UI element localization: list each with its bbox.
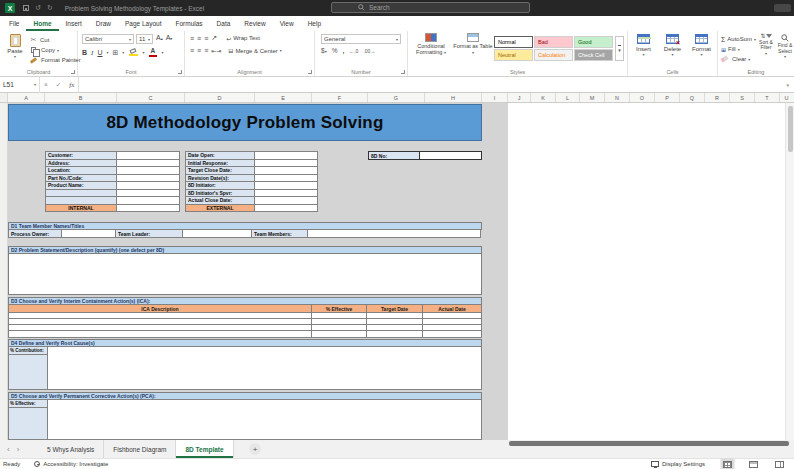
titlebar-button[interactable]	[774, 4, 791, 12]
column-header[interactable]: E	[255, 93, 312, 102]
field-value-cell[interactable]	[116, 204, 180, 213]
align-middle-icon[interactable]: ≡	[197, 35, 201, 42]
column-header[interactable]: I	[482, 93, 508, 102]
page-break-view-icon[interactable]	[775, 461, 784, 468]
sheet-tab-8d-template[interactable]: 8D Template	[176, 440, 233, 458]
sort-filter-button[interactable]: ⇅ Sort & Filter ▾	[757, 34, 775, 56]
delete-cells-button[interactable]: Delete ▾	[659, 34, 686, 57]
formula-input[interactable]	[78, 77, 786, 93]
decrease-decimal-icon[interactable]: .00→	[363, 48, 375, 54]
underline-button[interactable]: U	[97, 49, 102, 56]
column-header[interactable]: C	[117, 93, 185, 102]
table-cell[interactable]	[311, 330, 367, 338]
clipboard-dialog-launcher-icon[interactable]	[71, 70, 75, 74]
next-sheet-icon[interactable]: ›	[17, 445, 20, 454]
vertical-scrollbar[interactable]	[785, 103, 794, 440]
horizontal-scrollbar-thumb[interactable]	[509, 441, 789, 446]
style-normal[interactable]: Normal	[494, 36, 533, 48]
font-color-icon[interactable]: A	[148, 48, 157, 58]
bold-button[interactable]: B	[82, 49, 87, 56]
tab-view[interactable]: View	[273, 16, 301, 31]
tab-page-layout[interactable]: Page Layout	[118, 16, 169, 31]
format-as-table-button[interactable]: Format as Table ▾	[452, 33, 494, 69]
insert-cells-button[interactable]: Insert ▾	[630, 34, 657, 57]
tab-file[interactable]: File	[2, 16, 26, 31]
style-good[interactable]: Good	[574, 36, 613, 48]
orientation-icon[interactable]: ↗	[211, 34, 217, 42]
column-header[interactable]: M	[580, 93, 605, 102]
percent-style-icon[interactable]: %	[332, 47, 338, 54]
table-cell[interactable]	[422, 330, 482, 338]
column-header[interactable]: R	[705, 93, 730, 102]
merge-center-button[interactable]: ⊟Merge & Center▾	[228, 47, 281, 54]
column-header[interactable]: O	[630, 93, 655, 102]
decrease-font-icon[interactable]: A▾	[166, 34, 173, 41]
column-header[interactable]: Q	[680, 93, 705, 102]
increase-font-icon[interactable]: A▴	[156, 34, 163, 41]
autosum-button[interactable]: ΣAutoSum▾	[721, 34, 756, 44]
font-family-combo[interactable]: Calibri▾	[82, 34, 134, 44]
column-header[interactable]: N	[605, 93, 630, 102]
column-header[interactable]: A	[8, 93, 45, 102]
search-box[interactable]: Search	[331, 2, 530, 13]
conditional-formatting-button[interactable]: Conditional Formatting ▾	[410, 33, 452, 69]
d5-input-area[interactable]	[47, 399, 482, 440]
enter-check-icon[interactable]: ✓	[52, 81, 65, 89]
vertical-scrollbar-thumb[interactable]	[788, 106, 793, 152]
styles-gallery-more-button[interactable]: ▾	[615, 36, 624, 61]
copy-button[interactable]: Copy▾	[29, 45, 81, 55]
row-headers[interactable]	[0, 103, 8, 440]
column-header[interactable]: P	[655, 93, 680, 102]
expand-formula-bar-icon[interactable]: ▾	[786, 82, 789, 88]
alignment-dialog-launcher-icon[interactable]	[308, 70, 312, 74]
sheet-tab-5-whys[interactable]: 5 Whys Analysis	[38, 440, 104, 458]
field-value-cell[interactable]	[61, 229, 116, 238]
tab-data[interactable]: Data	[210, 16, 238, 31]
field-value-cell[interactable]	[419, 151, 482, 160]
align-right-icon[interactable]: ≡	[204, 47, 208, 54]
number-format-combo[interactable]: General▾	[321, 34, 401, 44]
field-value-cell[interactable]	[254, 204, 318, 213]
field-value-cell[interactable]	[182, 229, 252, 238]
format-cells-button[interactable]: Format ▾	[688, 34, 715, 57]
table-cell[interactable]	[8, 330, 312, 338]
font-size-combo[interactable]: 11▾	[136, 34, 153, 44]
tab-home[interactable]: Home	[26, 16, 58, 31]
tab-insert[interactable]: Insert	[59, 16, 89, 31]
new-sheet-button[interactable]: +	[249, 443, 261, 455]
style-check-cell[interactable]: Check Cell	[574, 49, 613, 61]
font-dialog-launcher-icon[interactable]	[178, 70, 182, 74]
align-center-icon[interactable]: ≡	[197, 47, 201, 54]
fill-color-icon[interactable]	[128, 49, 138, 57]
align-top-icon[interactable]: ≡	[190, 35, 194, 42]
column-header[interactable]: D	[185, 93, 255, 102]
align-left-icon[interactable]: ≡	[190, 47, 194, 54]
borders-icon[interactable]: ⊞	[112, 49, 118, 57]
accounting-format-icon[interactable]: $▾	[321, 47, 327, 54]
italic-button[interactable]: I	[91, 49, 93, 57]
undo-icon[interactable]: ↺	[35, 4, 41, 12]
save-icon[interactable]	[23, 5, 29, 11]
clear-button[interactable]: Clear▾	[721, 54, 756, 64]
column-header[interactable]: F	[312, 93, 368, 102]
find-select-button[interactable]: Find & Select ▾	[776, 34, 794, 60]
insert-function-icon[interactable]: fx	[65, 81, 78, 89]
tab-draw[interactable]: Draw	[89, 16, 118, 31]
wrap-text-button[interactable]: ↩Wrap Text	[226, 35, 260, 42]
d4-input-area[interactable]	[47, 346, 482, 390]
select-all-corner[interactable]	[0, 93, 8, 102]
field-value-cell[interactable]	[307, 229, 481, 238]
fill-button[interactable]: ⊞Fill▾	[721, 44, 756, 54]
cancel-icon[interactable]: ×	[40, 81, 52, 88]
prev-sheet-icon[interactable]: ‹	[7, 445, 10, 454]
column-header[interactable]: H	[425, 93, 482, 102]
style-bad[interactable]: Bad	[534, 36, 573, 48]
tab-help[interactable]: Help	[301, 16, 328, 31]
redo-icon[interactable]: ↻	[47, 4, 53, 12]
column-header[interactable]: J	[508, 93, 531, 102]
cut-button[interactable]: ✂Cut	[29, 35, 81, 45]
column-header[interactable]: G	[368, 93, 425, 102]
column-header[interactable]: U	[780, 93, 793, 102]
name-box[interactable]: L51▾	[0, 77, 40, 93]
align-bottom-icon[interactable]: ≡	[204, 35, 208, 42]
